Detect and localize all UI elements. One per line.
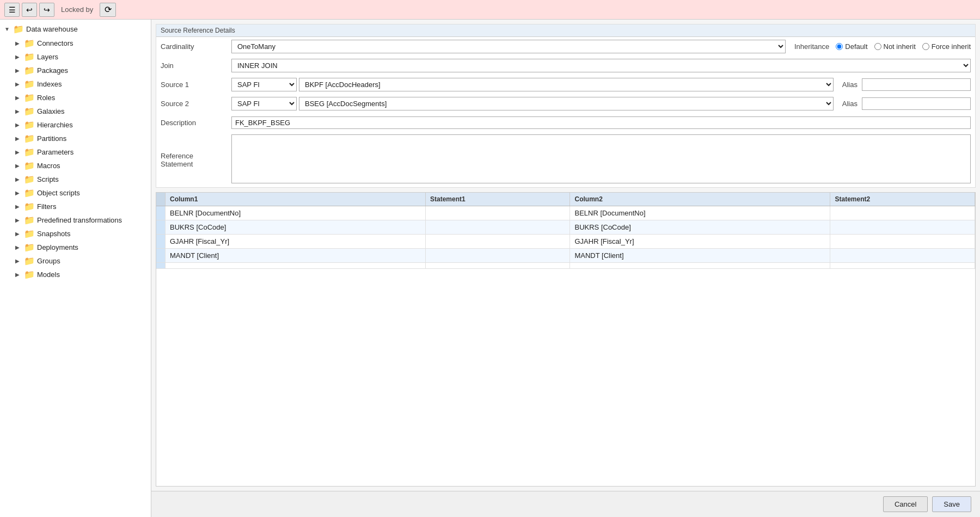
row-marker-0 [156, 206, 166, 220]
source2-table-select[interactable]: BSEG [AccDocSegments] [299, 97, 834, 110]
sidebar-item-label-indexes: Indexes [37, 80, 62, 88]
sidebar-item-predefined-transformations[interactable]: ▶ 📁 Predefined transformations [0, 213, 151, 227]
sidebar-item-roles[interactable]: ▶ 📁 Roles [0, 91, 151, 104]
save-button[interactable]: Save [932, 496, 971, 512]
table-cell-stmt2-1[interactable] [830, 220, 975, 235]
table-cell-col1-0[interactable]: BELNR [DocumentNo] [166, 206, 426, 220]
root-folder-icon: 📁 [13, 24, 24, 34]
ref-statement-row: Reference Statement [156, 132, 975, 187]
source2-system-select[interactable]: SAP FI [231, 97, 297, 110]
table-cell-col1-1[interactable]: BUKRS [CoCode] [166, 220, 426, 235]
sidebar-item-folder-snapshots: 📁 [24, 229, 35, 239]
ref-statement-textarea[interactable] [231, 134, 971, 183]
sidebar-item-arrow-snapshots: ▶ [15, 231, 22, 237]
sidebar-item-galaxies[interactable]: ▶ 📁 Galaxies [0, 104, 151, 118]
sidebar-item-arrow-models: ▶ [15, 272, 22, 278]
sidebar-item-layers[interactable]: ▶ 📁 Layers [0, 50, 151, 64]
sidebar-item-folder-connectors: 📁 [24, 38, 35, 48]
sidebar-item-folder-indexes: 📁 [24, 79, 35, 89]
table-cell-col2-3[interactable]: MANDT [Client] [570, 249, 830, 263]
sidebar-item-folder-filters: 📁 [24, 201, 35, 212]
sidebar-item-label-snapshots: Snapshots [37, 230, 70, 238]
sidebar-item-connectors[interactable]: ▶ 📁 Connectors [0, 36, 151, 50]
table-cell-stmt2-3[interactable] [830, 249, 975, 263]
list-button[interactable]: ☰ [4, 3, 20, 17]
table-row[interactable]: GJAHR [Fiscal_Yr] GJAHR [Fiscal_Yr] [156, 235, 975, 249]
bottom-bar: Cancel Save [151, 491, 980, 517]
redo-button[interactable]: ↪ [39, 3, 54, 17]
table-row[interactable]: BELNR [DocumentNo] BELNR [DocumentNo] [156, 206, 975, 220]
table-cell-stmt2-0[interactable] [830, 206, 975, 220]
sidebar-items-container: ▶ 📁 Connectors ▶ 📁 Layers ▶ 📁 Packages ▶… [0, 36, 151, 281]
sidebar-item-partitions[interactable]: ▶ 📁 Partitions [0, 132, 151, 145]
sidebar-item-folder-layers: 📁 [24, 52, 35, 62]
tree-root[interactable]: ▼ 📁 Data warehouse [0, 22, 151, 36]
section-header: Source Reference Details [156, 24, 975, 37]
sidebar-item-label-packages: Packages [37, 66, 68, 75]
table-cell-stmt2-2[interactable] [830, 235, 975, 249]
table-cell-col1-2[interactable]: GJAHR [Fiscal_Yr] [166, 235, 426, 249]
sidebar-item-snapshots[interactable]: ▶ 📁 Snapshots [0, 227, 151, 241]
table-cell-stmt1-1[interactable] [425, 220, 570, 235]
sidebar-item-folder-deployments: 📁 [24, 242, 35, 253]
radio-default-label[interactable]: Default [845, 42, 867, 51]
cardinality-select[interactable]: OneToMany ManyToOne OneToOne ManyToMany [231, 40, 786, 53]
cancel-button[interactable]: Cancel [883, 496, 928, 512]
sidebar-item-folder-roles: 📁 [24, 93, 35, 103]
table-row[interactable]: MANDT [Client] MANDT [Client] [156, 249, 975, 263]
radio-not-inherit-input[interactable] [874, 43, 881, 50]
sidebar-item-label-macros: Macros [37, 162, 60, 170]
source1-alias-label: Alias [842, 81, 857, 89]
sidebar-item-packages[interactable]: ▶ 📁 Packages [0, 64, 151, 77]
row-marker-3 [156, 249, 166, 263]
sidebar-item-folder-parameters: 📁 [24, 147, 35, 157]
sidebar-item-label-groups: Groups [37, 257, 60, 265]
refresh-button[interactable]: ⟳ [100, 3, 116, 17]
table-row[interactable]: BUKRS [CoCode] BUKRS [CoCode] [156, 220, 975, 235]
description-row: Description [156, 113, 975, 132]
source2-alias-input[interactable] [862, 97, 971, 110]
sidebar-item-folder-hierarchies: 📁 [24, 120, 35, 130]
table-col-stmt2: Statement2 [830, 193, 975, 206]
table-cell-stmt1-0[interactable] [425, 206, 570, 220]
source2-label: Source 2 [161, 96, 231, 111]
sidebar-item-label-hierarchies: Hierarchies [37, 121, 73, 129]
table-row[interactable] [156, 263, 975, 269]
sidebar-item-arrow-layers: ▶ [15, 54, 22, 60]
table-cell-stmt1-2[interactable] [425, 235, 570, 249]
radio-force-inherit-input[interactable] [922, 43, 929, 50]
table-cell-col2-4[interactable] [570, 263, 830, 269]
table-cell-col2-2[interactable]: GJAHR [Fiscal_Yr] [570, 235, 830, 249]
sidebar-item-label-roles: Roles [37, 94, 55, 102]
sidebar-item-parameters[interactable]: ▶ 📁 Parameters [0, 145, 151, 159]
undo-button[interactable]: ↩ [22, 3, 37, 17]
sidebar-item-macros[interactable]: ▶ 📁 Macros [0, 159, 151, 173]
table-cell-stmt1-4[interactable] [425, 263, 570, 269]
sidebar-item-deployments[interactable]: ▶ 📁 Deployments [0, 241, 151, 254]
join-select[interactable]: INNER JOIN LEFT JOIN RIGHT JOIN FULL OUT… [231, 59, 971, 72]
radio-default-input[interactable] [836, 43, 843, 50]
radio-not-inherit-label[interactable]: Not inherit [884, 42, 916, 51]
table-cell-col1-4[interactable] [166, 263, 426, 269]
sidebar-item-folder-models: 📁 [24, 269, 35, 280]
sidebar-item-scripts[interactable]: ▶ 📁 Scripts [0, 173, 151, 186]
radio-force-inherit-label[interactable]: Force inherit [932, 42, 971, 51]
table-cell-col1-3[interactable]: MANDT [Client] [166, 249, 426, 263]
table-cell-stmt2-4[interactable] [830, 263, 975, 269]
table-cell-stmt1-3[interactable] [425, 249, 570, 263]
source1-system-select[interactable]: SAP FI [231, 78, 297, 91]
table-cell-col2-1[interactable]: BUKRS [CoCode] [570, 220, 830, 235]
source1-table-select[interactable]: BKPF [AccDocHeaders] [299, 78, 834, 91]
sidebar-item-groups[interactable]: ▶ 📁 Groups [0, 254, 151, 268]
sidebar-item-models[interactable]: ▶ 📁 Models [0, 268, 151, 281]
sidebar-item-label-layers: Layers [37, 53, 58, 61]
sidebar-item-filters[interactable]: ▶ 📁 Filters [0, 200, 151, 213]
sidebar-item-arrow-groups: ▶ [15, 258, 22, 264]
sidebar-item-hierarchies[interactable]: ▶ 📁 Hierarchies [0, 118, 151, 132]
description-input[interactable] [231, 116, 971, 129]
source1-alias-input[interactable] [862, 78, 971, 91]
sidebar-item-indexes[interactable]: ▶ 📁 Indexes [0, 77, 151, 91]
table-cell-col2-0[interactable]: BELNR [DocumentNo] [570, 206, 830, 220]
description-field [231, 116, 971, 129]
sidebar-item-object-scripts[interactable]: ▶ 📁 Object scripts [0, 186, 151, 200]
